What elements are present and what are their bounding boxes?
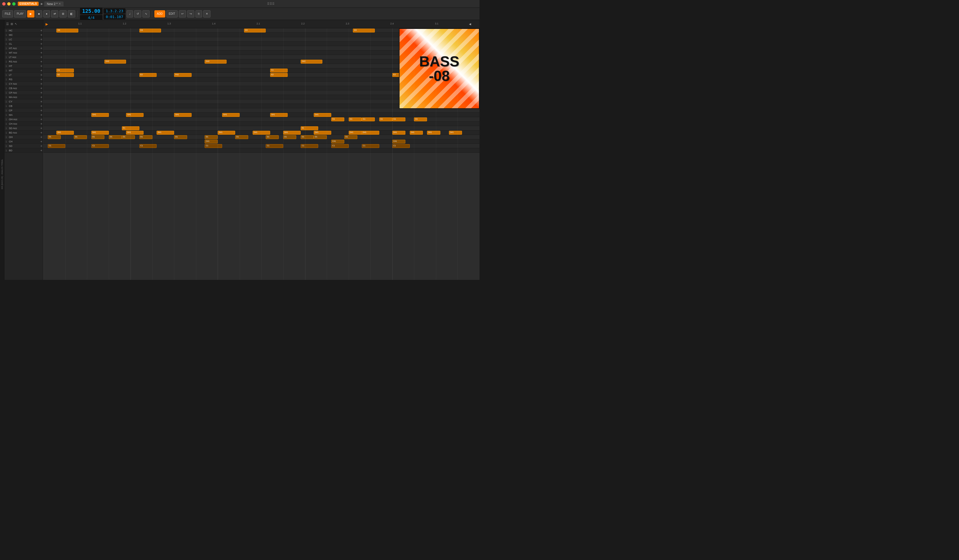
track-row[interactable]: 1HC◀ [5, 28, 43, 33]
pattern-E2-1[interactable]: E2 [56, 73, 74, 77]
pattern-G1-6[interactable]: G#1 [314, 113, 331, 117]
pattern-D3-3[interactable]: D3 [244, 29, 266, 32]
overdub-button[interactable]: ⇌ [51, 10, 58, 18]
time-sig-display[interactable]: 4/4 [80, 15, 102, 20]
grid-row-18[interactable] [43, 108, 480, 113]
pattern-D1-oh[interactable]: D#1 [56, 131, 74, 135]
pattern-D1-oh11[interactable]: D#1 [392, 131, 405, 135]
track-row[interactable]: 1CP Acc◀ [5, 91, 43, 95]
undo-button[interactable]: ↩ [179, 10, 186, 18]
pattern-g1-s1[interactable]: G1 [331, 118, 344, 121]
record2-button[interactable]: ◧ [68, 10, 75, 18]
pattern-button[interactable]: ⊞ [59, 10, 67, 18]
pattern-C1-bd4[interactable]: C1 [205, 144, 222, 148]
pattern-E1-2[interactable]: E1 [301, 126, 318, 130]
hamburger-icon[interactable]: ☰ [6, 22, 9, 26]
pattern-D1-oh2[interactable]: D#1 [91, 131, 109, 135]
loop-button[interactable]: ↺ [134, 10, 141, 18]
pattern-D1-oh3[interactable]: D#1 [126, 131, 143, 135]
grid-row-26[interactable] [43, 144, 480, 148]
redo-button[interactable]: ↪ [187, 10, 194, 18]
track-row[interactable]: 1LT◀ [5, 73, 43, 77]
pattern-F2-1[interactable]: F2 [56, 68, 74, 72]
pattern-D1-ch5[interactable]: D1 [122, 135, 135, 139]
pattern-D1-ch9[interactable]: D1 [205, 135, 218, 139]
pattern-D1-oh10[interactable]: D#1 [362, 131, 379, 135]
track-row[interactable]: 1CH◀ [5, 139, 43, 144]
minimize-button[interactable] [7, 2, 11, 6]
copy-button[interactable]: ⎘ [196, 10, 202, 18]
pattern-D1-ch10[interactable]: D1 [235, 135, 248, 139]
pattern-D3-2[interactable]: D3 [139, 29, 161, 32]
track-row[interactable]: 1CH Acc◀ [5, 122, 43, 126]
grid-row-27[interactable] [43, 148, 480, 153]
pattern-D1-ch12[interactable]: D1 [283, 135, 296, 139]
track-row[interactable]: 1MT◀ [5, 68, 43, 73]
grid-row-19[interactable] [43, 113, 480, 117]
pattern-C1-bd6[interactable]: C1 [301, 144, 318, 148]
pattern-D1-ch11[interactable]: D1 [266, 135, 279, 139]
pattern-D1-oh6[interactable]: D#1 [253, 131, 270, 135]
grid-view-icon[interactable]: ⊞ [11, 22, 13, 26]
grid-row-22[interactable] [43, 126, 480, 130]
track-row[interactable]: 1LC◀ [5, 37, 43, 41]
bpm-display[interactable]: 125.00 [80, 8, 102, 14]
pattern-D1-ch2[interactable]: D1 [74, 135, 87, 139]
pattern-D1-ch3[interactable]: D1 [91, 135, 104, 139]
paste-button[interactable]: ✕ [203, 10, 210, 18]
pattern-G2-1[interactable]: G#2 [104, 60, 126, 64]
track-row[interactable]: 1HT Acc◀ [5, 46, 43, 51]
track-row[interactable]: 1OH Acc◀ [5, 117, 43, 122]
file-button[interactable]: FILE [2, 10, 13, 18]
pattern-D1-oh14[interactable]: D#1 [449, 131, 462, 135]
track-row[interactable]: 1RS◀ [5, 77, 43, 82]
grid-row-25[interactable] [43, 139, 480, 144]
track-row[interactable]: 1SD Acc◀ [5, 126, 43, 130]
pattern-g1-s5[interactable]: G1 [392, 118, 405, 121]
pattern-D1-ch8[interactable]: D1 [174, 135, 187, 139]
track-row[interactable]: 1HT◀ [5, 64, 43, 68]
pattern-G1-3[interactable]: G#1 [174, 113, 191, 117]
edit-button[interactable]: EDIT [166, 10, 178, 18]
pattern-F2-2[interactable]: F#2 [174, 73, 191, 77]
pattern-D1-ch15[interactable]: D1 [344, 135, 357, 139]
track-row[interactable]: 1CY Acc◀ [5, 82, 43, 86]
pattern-C1-bd5[interactable]: C1 [266, 144, 283, 148]
track-row[interactable]: 1CB◀ [5, 104, 43, 108]
pattern-G1-4[interactable]: G#1 [222, 113, 240, 117]
pattern-G1-1[interactable]: G#1 [91, 113, 109, 117]
track-row[interactable]: 1MT Acc◀ [5, 51, 43, 55]
pattern-D3-1[interactable]: D3 [56, 29, 78, 32]
pattern-D1-ch13[interactable]: D1 [301, 135, 314, 139]
record-button[interactable]: ● [43, 10, 50, 18]
pattern-C1-1[interactable]: C#1 [205, 140, 218, 143]
close-button[interactable] [2, 2, 6, 6]
track-row[interactable]: 1MA◀ [5, 113, 43, 117]
track-row[interactable]: 1MA Acc◀ [5, 95, 43, 99]
track-row[interactable]: 1OH◀ [5, 135, 43, 139]
track-row[interactable]: 1CY◀ [5, 99, 43, 104]
pattern-C1-bd9[interactable]: C1 [392, 144, 410, 148]
arrow-icon[interactable]: ↖ [15, 22, 17, 26]
pattern-G1-2[interactable]: G#1 [126, 113, 143, 117]
play-button[interactable]: ▶ [27, 10, 34, 18]
pattern-g1-s4[interactable]: G1 [379, 118, 392, 121]
grid-row-21[interactable] [43, 122, 480, 126]
pattern-C1-3[interactable]: C#1 [392, 140, 405, 143]
pattern-D1-oh8[interactable]: D#1 [314, 131, 331, 135]
track-row[interactable]: 1RS Acc◀ [5, 59, 43, 64]
play-label-button[interactable]: PLAY [14, 10, 26, 18]
pattern-D1-oh13[interactable]: D#1 [427, 131, 440, 135]
track-row[interactable]: 1BD◀ [5, 148, 43, 153]
pattern-D1-ch1[interactable]: D1 [48, 135, 61, 139]
pattern-g1-s3[interactable]: G1 [362, 118, 375, 121]
pattern-F2-3[interactable]: F2 [270, 68, 288, 72]
pattern-C1-bd8[interactable]: C1 [362, 144, 379, 148]
track-row[interactable]: 1MC◀ [5, 33, 43, 37]
pattern-g1-s2[interactable]: G1 [349, 118, 362, 121]
pattern-D1-oh5[interactable]: D#1 [218, 131, 235, 135]
pattern-D1-ch4[interactable]: D1 [109, 135, 122, 139]
pattern-E2-2[interactable]: E2 [139, 73, 157, 77]
pattern-D1-oh4[interactable]: D#1 [156, 131, 174, 135]
track-row[interactable]: 1CL◀ [5, 41, 43, 46]
